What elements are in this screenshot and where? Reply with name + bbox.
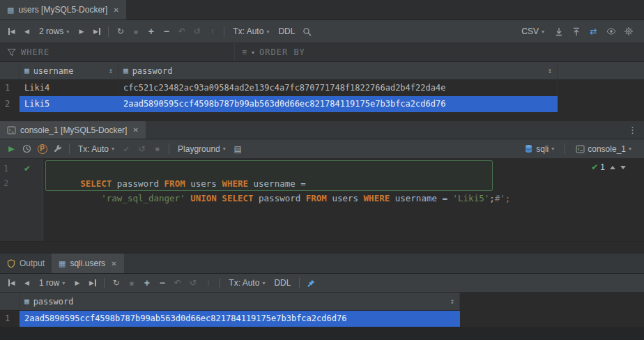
submit-icon[interactable]: ↑ — [205, 24, 220, 38]
sort-icon[interactable]: ↕ — [547, 66, 552, 75]
next-page-button[interactable]: ▶ — [74, 24, 89, 38]
where-filter-input[interactable]: WHERE — [0, 43, 235, 61]
schema-dropdown[interactable]: sqli ▾ — [520, 142, 558, 156]
console-icon — [576, 145, 585, 153]
page-size-dropdown[interactable]: 1 row ▾ — [35, 276, 69, 290]
order-by-filter-input[interactable]: ≡ ▾ ORDER BY — [235, 43, 312, 61]
navigate-up-icon[interactable] — [610, 166, 615, 169]
undo-icon[interactable]: ↶ — [174, 24, 189, 38]
cell-password[interactable]: 2aad5890595ccf4598b787b99ab563d0d66ec821… — [118, 96, 558, 112]
ddl-button[interactable]: DDL — [270, 276, 295, 290]
stop-icon[interactable]: ■ — [150, 142, 164, 156]
tx-mode-dropdown[interactable]: Tx: Auto ▾ — [74, 142, 118, 156]
separator — [299, 278, 300, 288]
first-page-button[interactable]: ◀ — [4, 276, 19, 290]
profiler-icon[interactable]: P — [35, 142, 49, 156]
grid-header-gutter — [0, 62, 20, 79]
table-row-selected[interactable]: 1 2aad5890595ccf4598b787b99ab563d0d66ec8… — [0, 311, 644, 327]
sort-icon[interactable]: ↕ — [450, 297, 454, 306]
add-row-button[interactable]: + — [139, 276, 154, 290]
next-page-button[interactable]: ▶ — [70, 276, 84, 290]
commit-icon[interactable]: ✓ — [119, 142, 134, 156]
table-row-selected[interactable]: 2 Liki5 2aad5890595ccf4598b787b99ab563d0… — [0, 96, 644, 112]
ddl-button[interactable]: DDL — [274, 24, 299, 38]
code-line-1[interactable]: SELECT password FROM users WHERE usernam… — [49, 162, 306, 176]
close-icon[interactable]: ✕ — [113, 6, 118, 14]
tab-sqli-users-result[interactable]: ▦ sqli.users ✕ — [52, 254, 123, 273]
column-header-username[interactable]: ▦ username ↕ — [20, 62, 118, 79]
settings-gear-icon[interactable] — [621, 24, 636, 38]
grid-header-filler — [558, 62, 644, 79]
tab-console[interactable]: console_1 [MySQL5-Docker] ✕ — [0, 121, 146, 139]
line-number: 2 — [0, 176, 11, 191]
column-name: password — [33, 297, 74, 307]
more-options-icon[interactable]: ⋮ — [621, 125, 644, 135]
navigate-down-icon[interactable] — [620, 166, 626, 169]
sort-icon[interactable]: ↕ — [108, 66, 113, 75]
export-data-icon[interactable] — [551, 24, 566, 38]
pin-tab-icon[interactable] — [304, 276, 319, 290]
submit-icon[interactable]: ↑ — [201, 276, 215, 290]
chevron-down-icon: ▾ — [112, 146, 114, 152]
playground-dropdown[interactable]: Playground ▾ — [174, 142, 230, 156]
tx-mode-dropdown[interactable]: Tx: Auto ▾ — [229, 24, 273, 38]
cell-username[interactable]: Liki5 — [20, 96, 118, 112]
stop-icon[interactable]: ■ — [128, 24, 143, 38]
gutter-line: 2 — [0, 176, 43, 191]
page-size-label: 2 rows — [39, 26, 63, 36]
code-line-2[interactable]: 'raw_sql_danger' UNION SELECT password F… — [49, 176, 510, 191]
refresh-icon[interactable]: ↻ — [113, 24, 128, 38]
rollback-icon[interactable]: ↺ — [135, 142, 149, 156]
line-number: 1 — [0, 162, 11, 176]
row-number: 1 — [0, 311, 20, 327]
tx-mode-label: Tx: Auto — [78, 144, 109, 154]
table-row[interactable]: 1 Liki4 cfc521c23482ac93a09584ad2e139c4a… — [0, 80, 644, 96]
first-page-button[interactable]: ◀ — [4, 24, 19, 38]
cell-password[interactable]: 2aad5890595ccf4598b787b99ab563d0d66ec821… — [20, 311, 460, 327]
cell-password[interactable]: cfc521c23482ac93a09584ad2e139c4a7fc87077… — [118, 80, 558, 96]
view-options-eye-icon[interactable] — [604, 24, 618, 38]
refresh-icon[interactable]: ↻ — [109, 276, 123, 290]
output-layout-icon[interactable]: ▤ — [231, 142, 245, 156]
cell-username[interactable]: Liki4 — [20, 80, 118, 96]
column-icon: ▦ — [123, 66, 128, 75]
tab-output[interactable]: Output — [0, 254, 52, 273]
undo-icon[interactable]: ↶ — [170, 276, 185, 290]
tab-users-table[interactable]: ▦ users [MySQL5-Docker] ✕ — [0, 0, 126, 20]
import-data-icon[interactable] — [569, 24, 583, 38]
sql-editor[interactable]: 1 ✔ 2 SELECT password FROM users WHERE u… — [0, 159, 644, 241]
sql-comment: #'; — [495, 193, 511, 203]
chevron-down-icon: ▾ — [262, 280, 265, 286]
console-session-dropdown[interactable]: console_1 ▾ — [572, 142, 636, 156]
stop-icon[interactable]: ■ — [124, 276, 139, 290]
revert-icon[interactable]: ↺ — [190, 24, 204, 38]
prev-page-button[interactable]: ◀ — [20, 276, 34, 290]
history-clock-icon[interactable] — [20, 142, 34, 156]
last-page-button[interactable]: ▶ — [85, 276, 100, 290]
compare-icon[interactable]: ⇄ — [586, 24, 601, 38]
delete-row-button[interactable]: − — [155, 276, 169, 290]
chevron-down-icon: ▾ — [542, 29, 544, 35]
sql-keyword: FROM — [306, 193, 327, 203]
close-icon[interactable]: ✕ — [111, 260, 116, 268]
search-icon[interactable] — [300, 24, 314, 38]
add-row-button[interactable]: + — [144, 24, 158, 38]
tx-mode-dropdown[interactable]: Tx: Auto ▾ — [224, 276, 269, 290]
wrench-icon[interactable] — [50, 142, 65, 156]
output-tab-bar: Output ▦ sqli.users ✕ — [0, 254, 644, 274]
last-page-button[interactable]: ▶ — [89, 24, 104, 38]
column-header-password[interactable]: ▦ password ↕ — [118, 62, 558, 79]
page-size-dropdown[interactable]: 2 rows ▾ — [35, 24, 73, 38]
revert-icon[interactable]: ↺ — [185, 276, 200, 290]
execution-result-widget: ✔ 1 — [591, 162, 626, 172]
prev-page-button[interactable]: ◀ — [20, 24, 34, 38]
close-icon[interactable]: ✕ — [132, 126, 138, 134]
delete-row-button[interactable]: − — [159, 24, 174, 38]
run-button[interactable]: ▶ — [4, 142, 19, 156]
column-header-password[interactable]: ▦ password ↕ — [20, 293, 460, 310]
separator — [69, 144, 70, 154]
chevron-down-icon: ▾ — [223, 146, 226, 152]
export-format-dropdown[interactable]: CSV ▾ — [517, 24, 549, 38]
panel-splitter[interactable] — [0, 241, 644, 254]
console-icon — [7, 126, 16, 134]
